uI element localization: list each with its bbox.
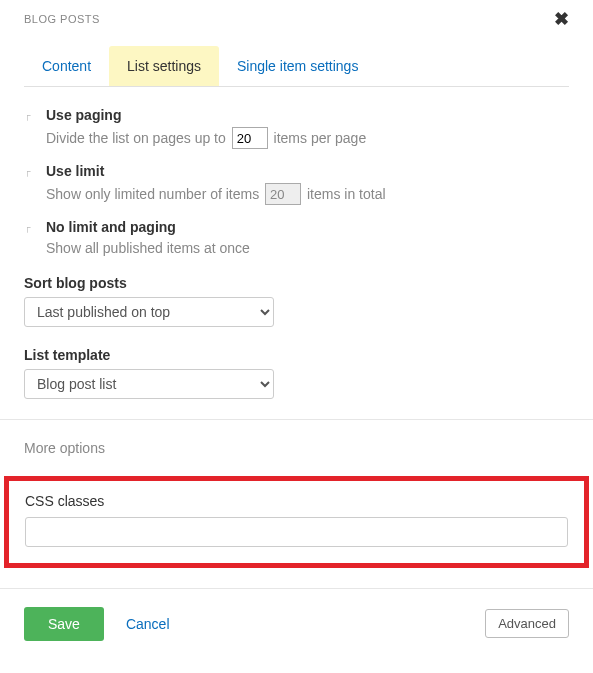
advanced-button[interactable]: Advanced [485, 609, 569, 638]
sort-field: Sort blog posts Last published on top [24, 275, 569, 327]
dialog-footer: Save Cancel Advanced [0, 588, 593, 661]
tab-list-settings[interactable]: List settings [109, 46, 219, 86]
radio-label: No limit and paging [46, 219, 569, 235]
tabs: Content List settings Single item settin… [24, 46, 569, 87]
radio-label: Use paging [46, 107, 569, 123]
template-label: List template [24, 347, 569, 363]
tab-single-item[interactable]: Single item settings [219, 46, 376, 86]
dialog-title: BLOG POSTS [24, 13, 100, 25]
close-icon[interactable]: ✖ [554, 10, 569, 28]
radio-use-limit[interactable]: ┌ Use limit Show only limited number of … [24, 163, 569, 205]
tab-content[interactable]: Content [24, 46, 109, 86]
cancel-button[interactable]: Cancel [126, 616, 170, 632]
css-classes-highlight: CSS classes [4, 476, 589, 568]
more-options-toggle[interactable]: More options [0, 420, 593, 476]
radio-no-limit[interactable]: ┌ No limit and paging Show all published… [24, 219, 569, 259]
radio-use-paging[interactable]: ┌ Use paging Divide the list on pages up… [24, 107, 569, 149]
paging-count-input[interactable] [232, 127, 268, 149]
radio-description: Show all published items at once [46, 239, 569, 259]
template-field: List template Blog post list [24, 347, 569, 399]
radio-label: Use limit [46, 163, 569, 179]
radio-icon: ┌ [24, 166, 36, 178]
radio-icon: ┌ [24, 222, 36, 234]
radio-description: Divide the list on pages up to items per… [46, 127, 569, 149]
template-select[interactable]: Blog post list [24, 369, 274, 399]
dialog-header: BLOG POSTS ✖ [0, 0, 593, 28]
save-button[interactable]: Save [24, 607, 104, 641]
blog-posts-dialog: BLOG POSTS ✖ Content List settings Singl… [0, 0, 593, 661]
tab-panel: ┌ Use paging Divide the list on pages up… [0, 87, 593, 399]
css-classes-input[interactable] [25, 517, 568, 547]
sort-select[interactable]: Last published on top [24, 297, 274, 327]
radio-description: Show only limited number of items items … [46, 183, 569, 205]
paging-radio-group: ┌ Use paging Divide the list on pages up… [24, 107, 569, 259]
css-classes-label: CSS classes [25, 493, 568, 509]
sort-label: Sort blog posts [24, 275, 569, 291]
radio-icon: ┌ [24, 110, 36, 122]
limit-count-input[interactable] [265, 183, 301, 205]
